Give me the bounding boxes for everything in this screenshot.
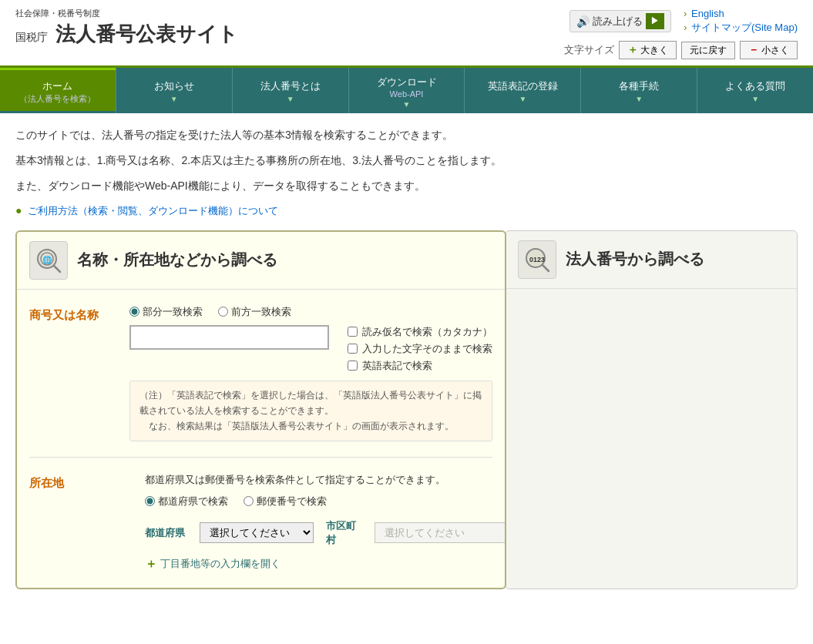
intro-line-1: このサイトでは、法人番号の指定を受けた法人等の基本3情報を検索することができます… — [15, 126, 798, 145]
nav-label-news: お知らせ — [154, 79, 194, 93]
search-input-col — [129, 325, 329, 350]
nav-sublabel-home: （法人番号を検索） — [19, 93, 96, 105]
nav-label-english-reg: 英語表記の登録 — [488, 79, 558, 93]
audio-player[interactable]: 🔊 読み上げる ▶ — [569, 10, 671, 32]
circle-arrow-icon: ● — [15, 204, 22, 216]
nav-link-english-reg[interactable]: 英語表記の登録 ▼ — [465, 68, 580, 111]
chevron-down-icon: ▼ — [170, 95, 178, 103]
prefecture-select[interactable]: 選択してください — [200, 522, 314, 543]
company-name-controls: 部分一致検索 前方一致検索 — [129, 305, 492, 441]
prefix-match-radio[interactable] — [218, 307, 228, 317]
site-title: 国税庁 法人番号公表サイト — [15, 21, 238, 48]
name-panel-icon: 🌐 — [29, 241, 68, 280]
location-description: 都道府県又は郵便番号を検索条件として指定することができます。 — [145, 473, 506, 487]
font-size-large-button[interactable]: ＋ 大きく — [619, 41, 677, 59]
language-links: › English › サイトマップ(Site Map) — [684, 8, 798, 35]
nav-item-faq: よくある質問 ▼ — [697, 68, 813, 113]
main-navigation: ホーム （法人番号を検索） お知らせ ▼ 法人番号とは ▼ ダウンロード Web… — [0, 68, 813, 113]
katakana-checkbox-option[interactable]: 読み仮名で検索（カタカナ） — [348, 325, 492, 339]
nav-link-procedures[interactable]: 各種手続 ▼ — [581, 68, 697, 111]
plus-expand-icon: ＋ — [145, 556, 157, 572]
expand-address-link[interactable]: ＋ 丁目番地等の入力欄を開く — [145, 556, 506, 572]
site-header: 社会保障・税番号制度 国税庁 法人番号公表サイト 🔊 読み上げる ▶ › Eng… — [0, 0, 813, 68]
prefix-match-option[interactable]: 前方一致検索 — [218, 305, 291, 319]
prefecture-label: 都道府県 — [145, 526, 187, 540]
intro-line-2: 基本3情報とは、1.商号又は名称、2.本店又は主たる事務所の所在地、3.法人番号… — [15, 151, 798, 170]
nav-link-download[interactable]: ダウンロード Web-API ▼ — [349, 68, 465, 113]
nav-link-about[interactable]: 法人番号とは ▼ — [233, 68, 348, 111]
header-right-section: 🔊 読み上げる ▶ › English › サイトマップ(Site Map) 文… — [564, 8, 798, 59]
number-panel-header: 0123 法人番号から調べる — [506, 231, 797, 289]
chevron-down-icon-3: ▼ — [403, 100, 411, 109]
pref-radio-option[interactable]: 都道府県で検索 — [145, 495, 228, 508]
chevron-down-icon-6: ▼ — [751, 95, 759, 103]
site-subtitle: 社会保障・税番号制度 — [15, 8, 238, 19]
nav-item-english-reg: 英語表記の登録 ▼ — [465, 68, 581, 113]
number-panel: 0123 法人番号から調べる — [505, 230, 798, 589]
name-panel-header: 🌐 名称・所在地などから調べる — [17, 232, 505, 290]
city-select[interactable]: 選択してください — [375, 522, 506, 543]
nav-label-faq: よくある質問 — [725, 79, 785, 93]
chevron-down-icon-5: ▼ — [635, 95, 643, 103]
company-name-input[interactable] — [129, 325, 329, 350]
usage-link[interactable]: ご利用方法（検索・閲覧、ダウンロード機能）について — [28, 205, 278, 216]
chevron-down-icon-2: ▼ — [287, 95, 294, 103]
minus-icon: － — [748, 43, 759, 57]
location-label: 所在地 — [29, 473, 129, 491]
pref-radio-label: 都道府県で検索 — [158, 495, 228, 508]
usage-link-row: ● ご利用方法（検索・閲覧、ダウンロード機能）について — [15, 204, 798, 218]
search-checkboxes: 読み仮名で検索（カタカナ） 入力した文字そのままで検索 英語表記で検索 — [348, 325, 492, 373]
number-panel-icon: 0123 — [518, 240, 556, 279]
nav-label-procedures: 各種手続 — [619, 79, 659, 93]
nav-link-news[interactable]: お知らせ ▼ — [116, 68, 232, 111]
katakana-checkbox[interactable] — [348, 327, 358, 337]
search-input-row: 読み仮名で検索（カタカナ） 入力した文字そのままで検索 英語表記で検索 — [129, 325, 492, 373]
site-logo: 社会保障・税番号制度 国税庁 法人番号公表サイト — [15, 8, 238, 48]
font-size-small-button[interactable]: － 小さく — [740, 41, 798, 59]
nav-link-home[interactable]: ホーム （法人番号を検索） — [0, 68, 116, 111]
search-panels: 🌐 名称・所在地などから調べる 商号又は名称 部分一致検索 — [15, 230, 798, 589]
arrow-icon-2: › — [684, 22, 687, 33]
site-title-prefix: 国税庁 — [15, 31, 48, 43]
exact-chars-checkbox-option[interactable]: 入力した文字そのままで検索 — [348, 342, 492, 356]
name-panel-title: 名称・所在地などから調べる — [77, 250, 277, 270]
font-size-controls: 文字サイズ ＋ 大きく 元に戻す － 小さく — [564, 41, 798, 59]
svg-line-2 — [54, 266, 60, 272]
name-panel-body: 商号又は名称 部分一致検索 前方一致検索 — [17, 290, 505, 588]
pref-radio[interactable] — [145, 496, 155, 506]
nav-list: ホーム （法人番号を検索） お知らせ ▼ 法人番号とは ▼ ダウンロード Web… — [0, 68, 813, 113]
search-type-radios: 部分一致検索 前方一致検索 — [129, 305, 492, 319]
search-note: （注）「英語表記で検索」を選択した場合は、「英語版法人番号公表サイト」に掲載され… — [129, 381, 492, 441]
arrow-icon: › — [684, 8, 687, 19]
english-checkbox-option[interactable]: 英語表記で検索 — [348, 359, 492, 373]
nav-label-home: ホーム — [42, 79, 72, 93]
company-name-label: 商号又は名称 — [29, 305, 129, 323]
company-name-row: 商号又は名称 部分一致検索 前方一致検索 — [29, 305, 492, 441]
english-link[interactable]: › English — [684, 8, 724, 19]
font-size-reset-button[interactable]: 元に戻す — [681, 42, 735, 59]
katakana-label: 読み仮名で検索（カタカナ） — [362, 325, 492, 339]
header-top-controls: 🔊 読み上げる ▶ › English › サイトマップ(Site Map) — [569, 8, 798, 35]
exact-chars-label: 入力した文字そのままで検索 — [362, 342, 492, 356]
nav-item-procedures: 各種手続 ▼ — [581, 68, 697, 113]
sitemap-link[interactable]: › サイトマップ(Site Map) — [684, 21, 798, 35]
play-button[interactable]: ▶ — [646, 13, 664, 29]
location-type-radios: 都道府県で検索 郵便番号で検索 — [145, 495, 506, 508]
partial-match-option[interactable]: 部分一致検索 — [129, 305, 203, 319]
zip-radio-option[interactable]: 郵便番号で検索 — [244, 495, 327, 508]
zip-radio[interactable] — [244, 496, 254, 506]
expand-link-row: ＋ 丁目番地等の入力欄を開く — [145, 556, 506, 572]
number-panel-body — [506, 289, 797, 443]
partial-match-radio[interactable] — [129, 307, 139, 317]
plus-icon: ＋ — [627, 43, 638, 57]
nav-label-download: ダウンロード — [377, 75, 437, 89]
intro-line-3: また、ダウンロード機能やWeb-API機能により、データを取得することもできます… — [15, 176, 798, 196]
exact-chars-checkbox[interactable] — [348, 344, 358, 354]
svg-line-6 — [543, 265, 549, 271]
expand-link-label: 丁目番地等の入力欄を開く — [160, 557, 281, 571]
partial-match-label: 部分一致検索 — [143, 305, 203, 319]
chevron-down-icon-4: ▼ — [519, 95, 526, 103]
nav-link-faq[interactable]: よくある質問 ▼ — [697, 68, 813, 111]
main-content: このサイトでは、法人番号の指定を受けた法人等の基本3情報を検索することができます… — [0, 113, 813, 602]
english-checkbox[interactable] — [348, 361, 358, 371]
